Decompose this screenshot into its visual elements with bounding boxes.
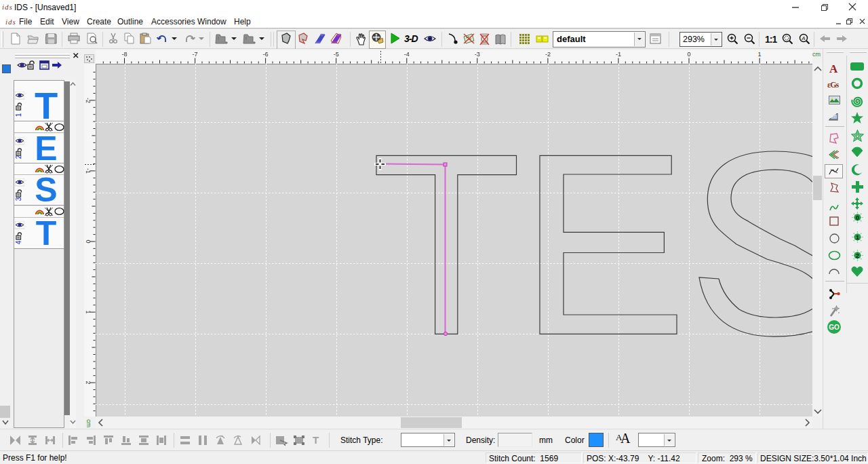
svg-text:1: 1: [856, 234, 859, 241]
svg-text:-8: -8: [121, 51, 127, 58]
svg-text:1: 1: [85, 311, 92, 314]
svg-text:GO: GO: [829, 324, 840, 331]
svg-text:cm: cm: [85, 419, 92, 427]
svg-text:cm: cm: [812, 51, 821, 58]
svg-text:A: A: [801, 35, 805, 41]
svg-text:0: 0: [85, 239, 92, 243]
svg-text:0: 0: [856, 214, 859, 221]
svg-text:-1: -1: [85, 168, 92, 174]
svg-text:2: 2: [85, 381, 92, 385]
svg-text:1: 1: [758, 51, 762, 58]
svg-text:-6: -6: [263, 51, 269, 58]
svg-text:-5: -5: [334, 51, 339, 58]
svg-text:-1: -1: [616, 51, 621, 58]
svg-text:0: 0: [687, 51, 690, 58]
svg-text:-4: -4: [404, 51, 410, 58]
svg-text:-2: -2: [85, 98, 92, 103]
svg-text:-3: -3: [475, 51, 480, 58]
svg-text:-2: -2: [545, 51, 551, 58]
svg-text:2: 2: [856, 252, 859, 259]
svg-text:-7: -7: [193, 51, 198, 58]
